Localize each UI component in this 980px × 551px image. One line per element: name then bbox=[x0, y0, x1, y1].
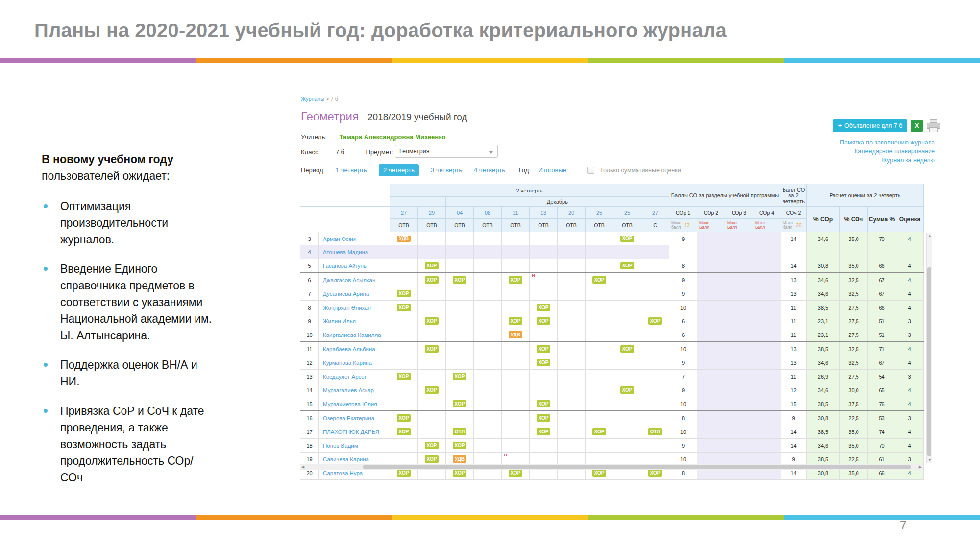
grade-cell[interactable]: ХОР bbox=[530, 356, 558, 370]
grade-value-cell[interactable]: 4 bbox=[896, 232, 924, 245]
grade-cell[interactable] bbox=[418, 328, 446, 342]
grade-cell[interactable] bbox=[502, 439, 530, 453]
soch-score-cell[interactable]: 11 bbox=[781, 301, 807, 314]
pct-sor-cell[interactable]: 23,1 bbox=[807, 314, 840, 328]
grade-cell[interactable]: ХОР bbox=[390, 370, 418, 383]
grade-cell[interactable] bbox=[586, 328, 613, 342]
grade-value-cell[interactable]: 4 bbox=[896, 287, 924, 301]
grade-cell[interactable] bbox=[641, 259, 669, 273]
grade-value-cell[interactable]: 4 bbox=[896, 356, 924, 370]
grade-cell[interactable] bbox=[474, 397, 502, 411]
teacher-name-link[interactable]: Тамара Александровна Михеенко bbox=[340, 133, 446, 141]
grade-badge[interactable]: ОТЛ bbox=[648, 428, 662, 435]
grade-value-cell[interactable]: 3 bbox=[896, 314, 924, 328]
grade-cell[interactable] bbox=[474, 259, 502, 273]
grade-cell[interactable] bbox=[558, 314, 586, 328]
sum-pct-cell[interactable]: 51 bbox=[868, 328, 896, 342]
grade-cell[interactable] bbox=[474, 287, 502, 301]
grade-cell[interactable]: ХОР bbox=[530, 314, 558, 328]
grade-cell[interactable]: ХОР bbox=[530, 397, 558, 411]
sor2-score-cell[interactable] bbox=[697, 439, 725, 453]
grade-value-cell[interactable]: 3 bbox=[896, 370, 924, 383]
grade-badge[interactable]: УДВ bbox=[509, 331, 522, 338]
grade-cell[interactable] bbox=[530, 370, 558, 383]
grade-cell[interactable] bbox=[446, 259, 474, 273]
sum-pct-cell[interactable]: 53 bbox=[868, 411, 896, 425]
sum-pct-cell[interactable]: 70 bbox=[868, 439, 896, 453]
grade-cell[interactable] bbox=[446, 301, 474, 314]
student-name-link[interactable]: Мурзагалиев Аскар bbox=[323, 387, 374, 393]
sor3-score-cell[interactable] bbox=[725, 314, 753, 328]
grade-badge[interactable]: ХОР bbox=[620, 236, 635, 242]
sor4-score-cell[interactable] bbox=[753, 232, 781, 245]
grade-cell[interactable]: ХОР bbox=[502, 314, 530, 328]
soch-score-cell[interactable]: 15 bbox=[781, 397, 807, 411]
sor2-score-cell[interactable] bbox=[697, 301, 725, 314]
pct-soch-cell[interactable]: 32,5 bbox=[840, 356, 868, 370]
summative-only-checkbox[interactable] bbox=[587, 167, 594, 174]
date-column-header[interactable]: 27 bbox=[390, 207, 418, 219]
pct-sor-cell[interactable]: 34,6 bbox=[807, 232, 840, 245]
date-column-header[interactable]: 13 bbox=[530, 207, 558, 219]
grade-cell[interactable]: ХОР bbox=[613, 383, 641, 397]
grade-badge[interactable]: ХОР bbox=[397, 290, 411, 297]
grade-badge[interactable]: ХОР bbox=[425, 455, 439, 463]
pct-soch-cell[interactable]: 37,5 bbox=[840, 397, 868, 411]
sum-pct-cell[interactable]: 67 bbox=[868, 356, 896, 370]
sor1-score-cell[interactable]: 10 bbox=[669, 425, 697, 439]
pct-soch-cell[interactable]: 35,0 bbox=[840, 259, 868, 273]
grade-cell[interactable] bbox=[558, 425, 586, 439]
grade-cell[interactable] bbox=[418, 397, 446, 411]
sor3-score-cell[interactable] bbox=[725, 397, 753, 411]
grade-cell[interactable] bbox=[558, 245, 586, 259]
grade-cell[interactable]: ХОР bbox=[418, 383, 446, 397]
grade-value-cell[interactable]: 4 bbox=[896, 273, 924, 287]
pct-soch-cell[interactable]: 30,0 bbox=[840, 383, 868, 397]
pct-soch-cell[interactable]: 27,5 bbox=[840, 314, 868, 328]
grade-cell[interactable] bbox=[586, 411, 613, 425]
sor4-score-cell[interactable] bbox=[753, 287, 781, 301]
pct-soch-cell[interactable]: 35,0 bbox=[840, 425, 868, 439]
sor3-score-cell[interactable] bbox=[725, 383, 753, 397]
grade-cell[interactable] bbox=[641, 342, 669, 356]
horizontal-scrollbar[interactable]: ◀ ▶ bbox=[300, 464, 923, 470]
grade-cell[interactable] bbox=[474, 356, 502, 370]
grade-cell[interactable] bbox=[586, 383, 613, 397]
grade-badge[interactable]: ХОР bbox=[509, 276, 523, 284]
grade-cell[interactable] bbox=[474, 383, 502, 397]
student-name-link[interactable]: Саратова Нура bbox=[323, 470, 363, 476]
grade-cell[interactable]: Н bbox=[530, 273, 558, 287]
pct-sor-cell[interactable]: 30,8 bbox=[807, 411, 840, 425]
grade-badge[interactable]: ХОР bbox=[592, 469, 607, 477]
date-column-header[interactable]: 25 bbox=[613, 207, 641, 219]
soch-score-cell[interactable]: 14 bbox=[781, 259, 807, 273]
grade-cell[interactable]: ХОР bbox=[502, 273, 530, 287]
grade-cell[interactable] bbox=[641, 287, 669, 301]
grade-badge[interactable]: ХОР bbox=[537, 428, 551, 435]
grade-cell[interactable] bbox=[474, 439, 502, 453]
pct-sor-cell[interactable]: 38,5 bbox=[807, 301, 840, 314]
sum-pct-cell[interactable]: 66 bbox=[868, 301, 896, 314]
print-icon[interactable] bbox=[927, 119, 940, 132]
date-column-header[interactable]: 27 bbox=[641, 207, 669, 219]
grade-value-cell[interactable] bbox=[896, 245, 924, 259]
grade-cell[interactable] bbox=[502, 411, 530, 425]
grade-cell[interactable] bbox=[641, 301, 669, 314]
sor3-score-cell[interactable] bbox=[725, 259, 753, 273]
pct-sor-cell[interactable]: 34,6 bbox=[807, 273, 840, 287]
student-name-link[interactable]: Атошева Мадина bbox=[323, 249, 368, 255]
sor3-score-cell[interactable] bbox=[725, 439, 753, 453]
sor1-score-cell[interactable]: 10 bbox=[669, 301, 697, 314]
grade-cell[interactable] bbox=[418, 356, 446, 370]
sor3-score-cell[interactable] bbox=[725, 245, 753, 259]
grade-badge[interactable]: ХОР bbox=[397, 469, 411, 477]
grade-cell[interactable]: ХОР bbox=[418, 273, 446, 287]
student-name-link[interactable]: Гасанова Айгунь bbox=[323, 263, 367, 269]
sor4-score-cell[interactable] bbox=[753, 411, 781, 425]
grade-cell[interactable] bbox=[446, 356, 474, 370]
pct-sor-cell[interactable]: 23,1 bbox=[807, 328, 840, 342]
grade-badge[interactable]: ХОР bbox=[537, 345, 551, 353]
grade-cell[interactable]: ХОР bbox=[530, 425, 558, 439]
soch-score-cell[interactable]: 11 bbox=[781, 370, 807, 383]
subject-select[interactable]: Геометрия bbox=[395, 145, 498, 158]
